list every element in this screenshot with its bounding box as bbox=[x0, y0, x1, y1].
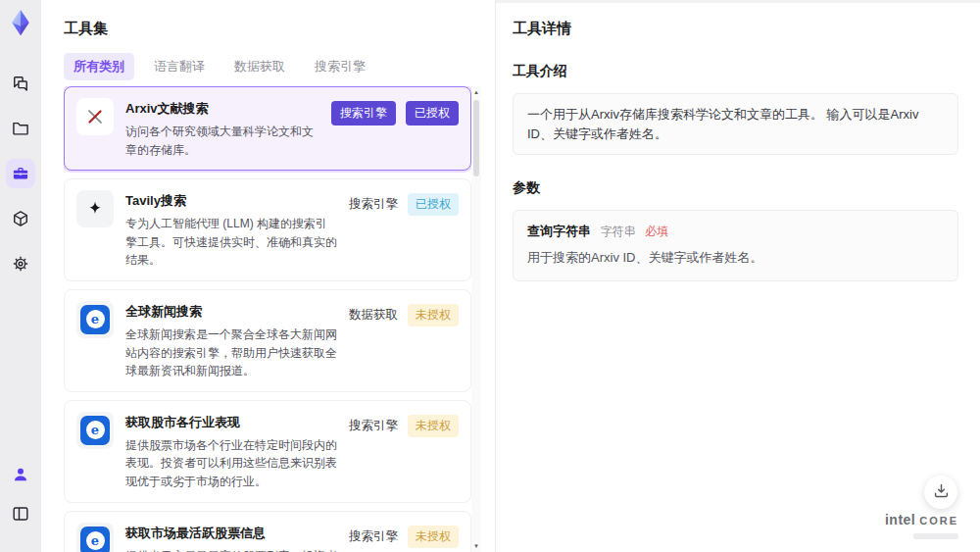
tool-status-badge: 已授权 bbox=[408, 193, 459, 216]
tool-status-badge: 已授权 bbox=[406, 101, 459, 125]
tool-tags: 搜索引擎 未授权 bbox=[349, 412, 459, 491]
tool-status-badge: 未授权 bbox=[408, 304, 459, 326]
intel-logo-sub-bar bbox=[913, 533, 958, 539]
sidebar-item-cube[interactable] bbox=[6, 204, 35, 233]
sidebar-item-settings[interactable] bbox=[6, 249, 35, 278]
sidebar-nav bbox=[6, 69, 35, 294]
tool-card[interactable]: e 获取市场最活跃股票信息 提供当天交易量最高的股票列表，投资者可以利用这些信息… bbox=[64, 511, 471, 552]
tool-info: 获取市场最活跃股票信息 提供当天交易量最高的股票列表，投资者可以利用这些信息来识… bbox=[125, 523, 337, 552]
category-tab[interactable]: 搜索引擎 bbox=[305, 53, 375, 80]
tool-category-tag: 数据获取 bbox=[349, 304, 398, 326]
globe-e-icon: e bbox=[76, 523, 114, 552]
toolbox-icon bbox=[11, 164, 30, 183]
user-icon bbox=[11, 465, 30, 484]
tool-card[interactable]: e 全球新闻搜索 全球新闻搜索是一个聚合全球各大新闻网站内容的搜索引擎，帮助用户… bbox=[64, 289, 471, 392]
list-scrollbar[interactable]: ▲ ▼ bbox=[471, 86, 481, 552]
tool-info: Arxiv文献搜索 访问各个研究领域大量科学论文和文章的存储库。 bbox=[125, 98, 319, 159]
settings-icon bbox=[11, 254, 30, 274]
intel-logo-text: intel bbox=[885, 512, 915, 527]
tool-description: 全球新闻搜索是一个聚合全球各大新闻网站内容的搜索引擎，帮助用户快速获取全球最新资… bbox=[125, 326, 337, 380]
tool-name: 获取市场最活跃股票信息 bbox=[125, 525, 337, 542]
tab-label: 数据获取 bbox=[234, 59, 285, 74]
tool-name: 全球新闻搜索 bbox=[125, 303, 337, 321]
param-list: 查询字符串 字符串 必填 用于搜索的Arxiv ID、关键字或作者姓名。 bbox=[513, 210, 958, 281]
sparkle-icon bbox=[76, 190, 114, 227]
tool-tags: 数据获取 未授权 bbox=[349, 301, 459, 380]
layout-icon bbox=[11, 504, 30, 524]
tool-category-tag: 搜索引擎 bbox=[349, 193, 398, 216]
globe-e-icon: e bbox=[76, 301, 114, 338]
intro-heading: 工具介绍 bbox=[513, 63, 958, 80]
chat-icon bbox=[11, 74, 30, 93]
tool-category-tag: 搜索引擎 bbox=[349, 415, 398, 437]
param-name: 查询字符串 bbox=[527, 224, 591, 238]
tool-details-panel: 工具详情 工具介绍 一个用于从Arxiv存储库搜索科学论文和文章的工具。 输入可… bbox=[496, 0, 980, 552]
tools-list-panel: 工具集 所有类别语言翻译数据获取搜索引擎 Arxiv文献搜索 访问各个研究领域大… bbox=[41, 0, 495, 552]
tool-intro-text: 一个用于从Arxiv存储库搜索科学论文和文章的工具。 输入可以是Arxiv ID… bbox=[513, 93, 958, 155]
tool-info: 获取股市各行业表现 提供股票市场各个行业在特定时间段内的表现。投资者可以利用这些… bbox=[125, 412, 337, 491]
tool-description: 提供股票市场各个行业在特定时间段内的表现。投资者可以利用这些信息来识别表现优于或… bbox=[125, 436, 337, 491]
tool-status-badge: 未授权 bbox=[408, 526, 459, 548]
tool-status-badge: 未授权 bbox=[408, 415, 459, 437]
sidebar-item-toolbox[interactable] bbox=[6, 159, 35, 188]
tool-info: 全球新闻搜索 全球新闻搜索是一个聚合全球各大新闻网站内容的搜索引擎，帮助用户快速… bbox=[125, 301, 337, 380]
tool-list: Arxiv文献搜索 访问各个研究领域大量科学论文和文章的存储库。 搜索引擎 已授… bbox=[64, 86, 471, 552]
scroll-thumb[interactable] bbox=[473, 100, 479, 176]
tool-card[interactable]: Tavily搜索 专为人工智能代理 (LLM) 构建的搜索引擎工具。可快速提供实… bbox=[64, 178, 471, 281]
tool-name: Arxiv文献搜索 bbox=[125, 100, 319, 118]
tab-label: 所有类别 bbox=[74, 59, 124, 74]
core-logo-text: CORE bbox=[919, 515, 958, 527]
tool-description: 访问各个研究领域大量科学论文和文章的存储库。 bbox=[125, 123, 319, 159]
tool-card[interactable]: e 获取股市各行业表现 提供股票市场各个行业在特定时间段内的表现。投资者可以利用… bbox=[64, 400, 471, 503]
parameter-card: 查询字符串 字符串 必填 用于搜索的Arxiv ID、关键字或作者姓名。 bbox=[513, 210, 958, 281]
param-head: 查询字符串 字符串 必填 bbox=[527, 223, 944, 240]
tool-card[interactable]: Arxiv文献搜索 访问各个研究领域大量科学论文和文章的存储库。 搜索引擎 已授… bbox=[64, 86, 471, 171]
params-heading: 参数 bbox=[513, 179, 958, 197]
category-tab[interactable]: 所有类别 bbox=[64, 53, 134, 80]
tool-tags: 搜索引擎 已授权 bbox=[331, 98, 459, 159]
app-logo-icon bbox=[6, 8, 35, 37]
sidebar-bottom bbox=[6, 460, 35, 538]
tool-tags: 搜索引擎 已授权 bbox=[349, 190, 459, 270]
tool-description: 提供当天交易量最高的股票列表，投资者可以利用这些信息来识别流动性强的股票和潜在的… bbox=[125, 547, 337, 552]
category-tab[interactable]: 数据获取 bbox=[224, 53, 295, 80]
tool-name: Tavily搜索 bbox=[125, 192, 337, 210]
tab-label: 搜索引擎 bbox=[315, 59, 366, 74]
category-tab[interactable]: 语言翻译 bbox=[144, 53, 215, 80]
tool-category-tag: 搜索引擎 bbox=[331, 101, 396, 125]
page-title: 工具集 bbox=[64, 20, 108, 38]
intel-core-logo: intelCORE bbox=[885, 511, 958, 528]
tool-info: Tavily搜索 专为人工智能代理 (LLM) 构建的搜索引擎工具。可快速提供实… bbox=[125, 190, 337, 270]
download-icon bbox=[932, 481, 951, 504]
sidebar-item-folder[interactable] bbox=[6, 114, 35, 143]
sidebar bbox=[0, 0, 41, 552]
param-description: 用于搜索的Arxiv ID、关键字或作者姓名。 bbox=[527, 249, 944, 267]
tool-tags: 搜索引擎 未授权 bbox=[349, 523, 459, 552]
param-required-badge: 必填 bbox=[645, 225, 668, 238]
param-type: 字符串 bbox=[601, 225, 636, 238]
cube-icon bbox=[11, 209, 30, 228]
tool-name: 获取股市各行业表现 bbox=[125, 414, 337, 431]
sidebar-item-user[interactable] bbox=[6, 460, 35, 489]
details-title: 工具详情 bbox=[513, 20, 958, 38]
tool-description: 专为人工智能代理 (LLM) 构建的搜索引擎工具。可快速提供实时、准确和真实的结… bbox=[125, 215, 337, 270]
scroll-up-arrow-icon[interactable]: ▲ bbox=[471, 86, 481, 98]
tab-label: 语言翻译 bbox=[154, 59, 205, 74]
sidebar-item-layout[interactable] bbox=[6, 499, 35, 528]
sidebar-item-chat[interactable] bbox=[6, 69, 35, 98]
globe-e-icon: e bbox=[76, 412, 114, 449]
category-tabs: 所有类别语言翻译数据获取搜索引擎 bbox=[64, 53, 375, 80]
arxiv-icon bbox=[76, 98, 114, 135]
folder-icon bbox=[11, 119, 30, 138]
download-button[interactable] bbox=[924, 476, 957, 509]
tool-category-tag: 搜索引擎 bbox=[349, 526, 398, 548]
scroll-down-arrow-icon[interactable]: ▼ bbox=[471, 540, 481, 552]
